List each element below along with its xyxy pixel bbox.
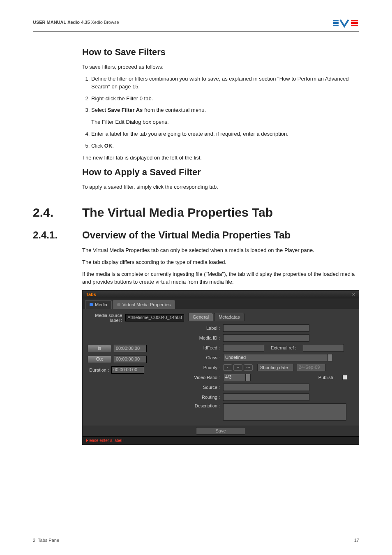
description-field[interactable] — [223, 403, 346, 421]
product-name: Xedio 4.35 — [67, 20, 90, 25]
priority-3[interactable]: *** — [244, 364, 253, 371]
apply-filter-body: To apply a saved filter, simply click th… — [82, 183, 359, 191]
svg-rect-1 — [333, 22, 339, 24]
out-value[interactable]: 00:00:00:00 — [114, 356, 147, 363]
step-5: Click OK. — [91, 142, 359, 150]
info-icon — [117, 303, 120, 306]
svg-rect-4 — [351, 22, 358, 24]
section-title-2-4-1: Overview of the Virtual Media Properties… — [82, 229, 291, 241]
publish-checkbox[interactable] — [342, 375, 347, 380]
class-lbl: Class : — [188, 355, 223, 360]
footer-left: 2. Tabs Pane — [33, 538, 59, 543]
routing-lbl: Routing : — [188, 395, 223, 400]
section-num-2-4: 2.4. — [33, 206, 82, 220]
tab-media-label: Media — [95, 302, 107, 307]
window-title: Tabs — [86, 292, 96, 297]
videoratio-dropdown-icon[interactable] — [246, 374, 251, 381]
idfeed-lbl: IdFeed : — [188, 345, 223, 350]
tab-media[interactable]: Media — [85, 300, 112, 309]
priority-2[interactable]: ** — [233, 364, 242, 371]
priority-lbl: Priority : — [188, 365, 223, 370]
priority-1[interactable]: * — [223, 364, 232, 371]
videoratio-field[interactable]: 4/3 — [223, 374, 246, 381]
step-1: Define the filter or filters combination… — [91, 75, 359, 91]
evs-logo — [333, 16, 359, 28]
apply-filter-heading: How to Apply a Saved Filter — [82, 167, 359, 178]
routing-field[interactable] — [223, 393, 309, 401]
page-footer: 2. Tabs Pane 17 — [33, 535, 359, 543]
svg-rect-5 — [351, 25, 358, 26]
out-button[interactable]: Out — [88, 356, 111, 363]
step-3-sub: The Filter Edit Dialog box opens. — [91, 118, 359, 126]
label-field[interactable] — [223, 324, 309, 332]
media-source-label-field[interactable]: Athletisme_C00040_14h03 — [125, 314, 184, 321]
inner-tab-general[interactable]: General — [188, 313, 213, 321]
save-filters-steps: Define the filter or filters combination… — [91, 75, 359, 150]
window-titlebar: Tabs ✕ — [83, 291, 359, 298]
vmp-p1: The Virtual Media Properties tab can onl… — [82, 247, 359, 254]
media-icon — [90, 303, 93, 306]
shootdate-lbl: Shooting date : — [257, 364, 293, 371]
mediaid-lbl: Media ID : — [188, 335, 223, 340]
duration-lbl: Duration : — [88, 368, 111, 372]
svg-rect-2 — [333, 25, 339, 26]
save-filters-intro: To save filters, proceed as follows: — [82, 63, 359, 71]
inner-tab-metadatas[interactable]: Metadatas — [214, 313, 244, 321]
vmp-screenshot: Tabs ✕ Media Virtual Media Properties Me… — [82, 290, 359, 445]
section-title-2-4: The Virtual Media Properties Tab — [82, 206, 273, 220]
label-lbl: Label : — [188, 326, 223, 331]
in-button[interactable]: In — [88, 345, 111, 352]
save-filters-heading: How to Save Filters — [82, 47, 359, 58]
tab-vmp-label: Virtual Media Properties — [122, 302, 171, 307]
manual-prefix: USER MANUAL — [33, 20, 66, 25]
save-filters-after: The new filter tab is displayed on the l… — [82, 154, 359, 162]
description-lbl: Description : — [188, 403, 223, 408]
page-header: USER MANUAL Xedio 4.35 Xedio Browse — [33, 16, 359, 32]
class-field[interactable]: Undefined — [223, 354, 328, 361]
publish-lbl: Publish : — [318, 375, 339, 380]
class-dropdown-icon[interactable] — [328, 354, 333, 361]
vmp-p2: The tab display differs according to the… — [82, 259, 359, 266]
videoratio-lbl: Video Ratio : — [188, 375, 223, 380]
step-4: Enter a label for the tab you are going … — [91, 130, 359, 138]
svg-rect-3 — [351, 20, 358, 21]
svg-rect-0 — [333, 20, 339, 21]
source-field[interactable] — [223, 384, 309, 391]
tab-vmp[interactable]: Virtual Media Properties — [113, 300, 175, 309]
mediaid-field[interactable] — [223, 334, 309, 342]
media-source-label-lbl: Media source label : — [88, 313, 125, 323]
error-bar: Please enter a label ! — [83, 436, 359, 444]
module-name: Xedio Browse — [91, 20, 119, 25]
extref-lbl: External ref : — [271, 345, 300, 350]
save-button[interactable]: Save — [196, 427, 245, 435]
extref-field[interactable] — [303, 344, 344, 352]
vmp-p3: If the media is a complete or currently … — [82, 271, 359, 286]
step-2: Right-click the Filter 0 tab. — [91, 95, 359, 103]
section-num-2-4-1: 2.4.1. — [33, 229, 82, 241]
shootdate-field[interactable]: 24-Sep-09 — [297, 364, 325, 371]
header-text: USER MANUAL Xedio 4.35 Xedio Browse — [33, 20, 119, 25]
duration-value: 00:00:00:00 — [111, 366, 144, 374]
close-icon[interactable]: ✕ — [352, 292, 355, 297]
source-lbl: Source : — [188, 385, 223, 390]
in-value[interactable]: 00:00:00:00 — [114, 345, 147, 352]
step-3: Select Save Filter As from the contextua… — [91, 106, 359, 126]
idfeed-field[interactable] — [223, 344, 264, 352]
footer-right: 17 — [354, 538, 359, 543]
main-tabs: Media Virtual Media Properties — [83, 298, 359, 309]
